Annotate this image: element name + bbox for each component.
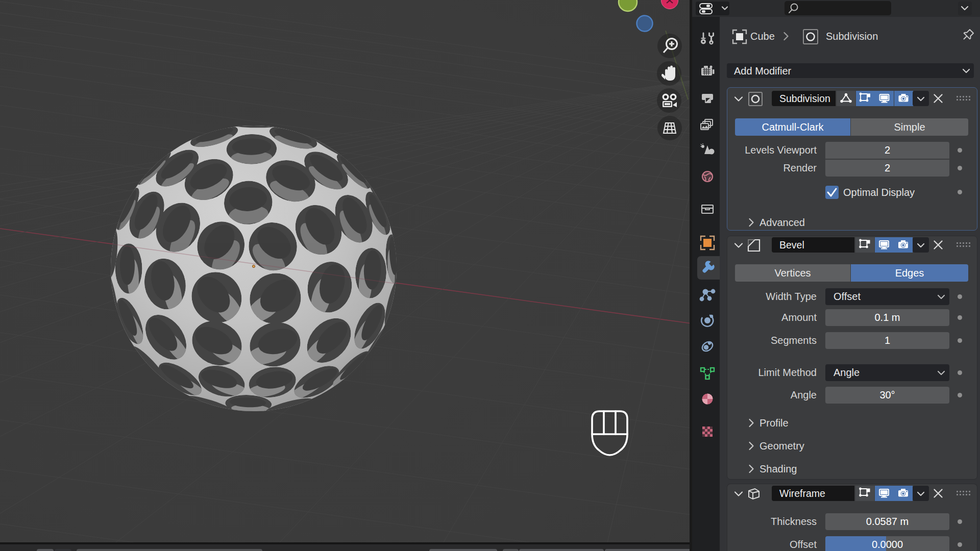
svg-text:Subdivision: Subdivision [826,31,878,42]
svg-text:Add Modifier: Add Modifier [734,65,792,77]
svg-text:Cube: Cube [750,31,775,42]
